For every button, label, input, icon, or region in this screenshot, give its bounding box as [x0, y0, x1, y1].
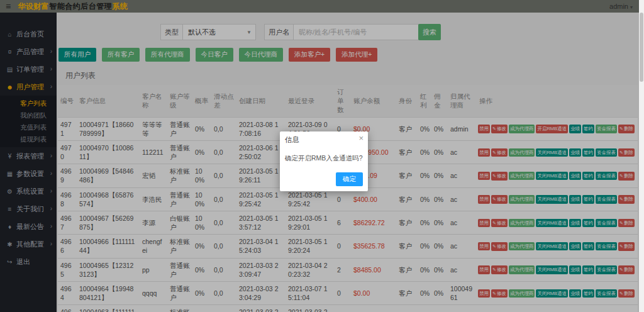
modal-footer: 确定 — [280, 172, 368, 191]
confirm-modal: 信息 × 确定开启RMB入金通道吗? 确定 — [280, 131, 368, 191]
modal-header: 信息 × — [280, 131, 368, 147]
modal-message: 确定开启RMB入金通道吗? — [280, 147, 368, 172]
modal-title: 信息 — [285, 136, 299, 143]
scrollbar-thumb[interactable] — [640, 13, 643, 82]
confirm-button[interactable]: 确定 — [336, 172, 363, 186]
scrollbar[interactable] — [639, 0, 644, 312]
close-icon[interactable]: × — [358, 133, 364, 143]
